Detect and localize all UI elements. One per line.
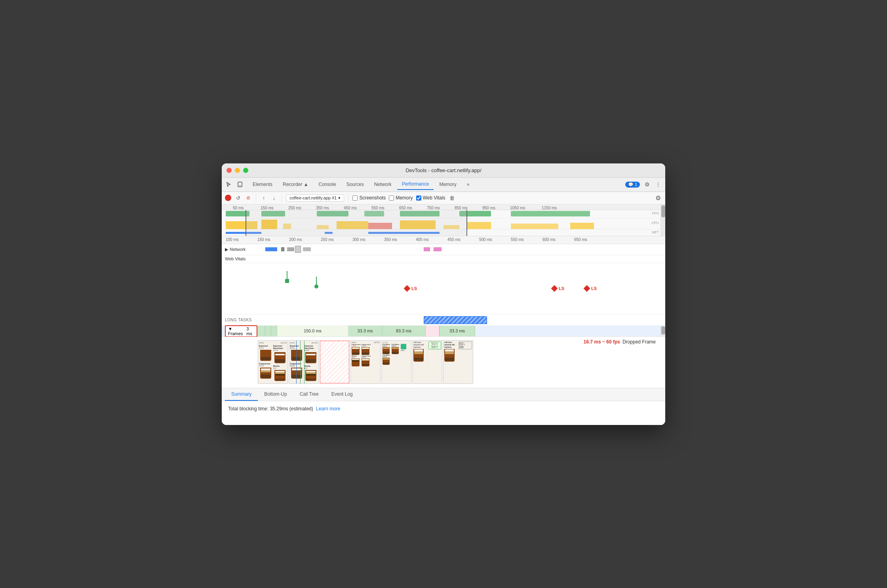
ruler-450ms: 450 ms <box>344 206 357 210</box>
main-scroll-thumb[interactable] <box>661 326 665 334</box>
ss4-c1-milk <box>383 347 389 349</box>
bottom-panel-content: Total blocking time: 35.29ms (estimated)… <box>222 401 665 425</box>
tab-memory[interactable]: Memory <box>434 179 461 190</box>
record-button[interactable] <box>225 195 231 201</box>
ss5-cart-badge: Americano $7.00 x 1 Cappuccino $19.00 x … <box>428 341 442 349</box>
tab-bottom-up[interactable]: Bottom-Up <box>258 388 293 401</box>
ss1-mocha-price: $8.0 <box>273 367 287 369</box>
overview-selection[interactable] <box>246 210 467 236</box>
web-vitals-check[interactable] <box>416 195 421 201</box>
tab-more[interactable]: » <box>462 179 474 190</box>
frames-content: 150.0 ms 33.3 ms 83.3 ms 33.3 ms <box>257 326 665 336</box>
long-tasks-content <box>257 315 665 325</box>
ss6-esp-l <box>445 358 454 361</box>
ss1-cup4 <box>274 370 286 381</box>
ruler-250ms: 250 ms <box>288 206 301 210</box>
ss1-cup2 <box>260 368 271 379</box>
memory-check[interactable] <box>389 195 394 201</box>
download-button[interactable]: ↓ <box>270 194 278 201</box>
screenshot-2: menucart (0) Espresso $10.00 <box>289 340 319 384</box>
triangle-icon: ▶ <box>225 247 228 252</box>
net-item-7 <box>434 247 442 251</box>
main-ruler: 100 ms 150 ms 200 ms 250 ms 300 ms 350 m… <box>222 236 665 244</box>
ss3-c1-esp <box>352 353 359 355</box>
tab-console[interactable]: Console <box>314 179 341 190</box>
total-blocking-time: Total blocking time: 35.29ms (estimated) <box>228 406 313 412</box>
frame-seg-150ms: 150.0 ms <box>277 326 348 336</box>
tab-recorder[interactable]: Recorder ▲ <box>278 179 313 190</box>
ss3-grid: Cappuccino $19.00 Cappuccino $19.00 <box>352 344 379 366</box>
pointer-icon[interactable] <box>225 180 233 188</box>
ss4-c2-esp <box>392 352 398 354</box>
clear-button[interactable]: ⊘ <box>245 194 252 201</box>
ss4-c4-milk <box>383 358 389 360</box>
ss1-header: menucart (0) <box>259 341 287 344</box>
learn-more-link[interactable]: Learn more <box>316 406 340 412</box>
screenshot-strip: menucart (0) Espresso $10.00 Cappuccino … <box>222 337 665 388</box>
more-options-icon[interactable]: ⋮ <box>654 180 662 188</box>
main-scrollbar[interactable] <box>660 326 665 336</box>
svg-rect-1 <box>239 186 241 186</box>
target-selector[interactable]: coffee-cart.netlify.app #1 ▾ <box>286 194 344 202</box>
screenshot-6: milk foam steamed milk espresso <box>443 340 473 384</box>
ss6-left: milk foam steamed milk espresso <box>444 341 458 362</box>
ss4-item4: Flat White $18.00 <box>383 355 391 365</box>
ss1-cup3 <box>274 352 286 363</box>
bottom-tabs-bar: Summary Bottom-Up Call Tree Event Log <box>222 388 665 401</box>
ss3-c3-choc <box>352 360 359 362</box>
ss2-mocha-price: $8.0 <box>304 367 318 369</box>
ss3-cup1 <box>352 347 360 355</box>
minimize-button[interactable] <box>235 168 240 173</box>
ss6-layout: milk foam steamed milk espresso <box>444 341 472 362</box>
tab-sources[interactable]: Sources <box>342 179 369 190</box>
frame-seg-pink <box>426 326 440 336</box>
tab-call-tree[interactable]: Call Tree <box>293 388 325 401</box>
ruler-850ms: 850 ms <box>455 206 468 210</box>
overview-scrollbar[interactable] <box>660 205 665 236</box>
main-350ms: 350 ms <box>384 237 397 242</box>
ss1-mac-foam <box>275 354 285 355</box>
memory-checkbox[interactable]: Memory <box>389 195 413 201</box>
device-icon[interactable] <box>236 180 244 188</box>
maximize-button[interactable] <box>243 168 248 173</box>
tab-network[interactable]: Network <box>369 179 396 190</box>
ss3-item3: Mocha $8.00 <box>352 355 361 366</box>
ss4-item1: Flat White $18.00 <box>383 344 391 354</box>
ss6-foam: milk foam <box>444 341 458 343</box>
cpu-block-11 <box>570 223 594 229</box>
web-vitals-checkbox[interactable]: Web Vitals <box>416 195 445 201</box>
ls-label-3: LS <box>591 286 597 291</box>
performance-settings-button[interactable]: ⚙ <box>654 194 662 202</box>
ss1-mac-esp <box>275 359 285 362</box>
network-row-label[interactable]: ▶ Network <box>222 244 257 255</box>
chat-badge[interactable]: 💬 1 <box>625 182 640 188</box>
ss2-esp4 <box>306 379 316 380</box>
web-vitals-row: Web Vitals <box>222 255 665 263</box>
reload-button[interactable]: ↺ <box>234 194 242 201</box>
delete-recording-button[interactable]: 🗑 <box>448 194 455 201</box>
ruler-150ms: 150 ms <box>261 206 274 210</box>
ss5-steam-label: steamed milk <box>413 344 426 346</box>
timeline-overview[interactable]: 50 ms 150 ms 250 ms 350 ms 450 ms 550 ms… <box>222 205 665 236</box>
tab-performance[interactable]: Performance <box>397 179 434 190</box>
ss4-water: water <box>401 349 409 351</box>
tab-event-log[interactable]: Event Log <box>325 388 359 401</box>
ss4-c1-esp <box>383 352 389 354</box>
frame-seg-1 <box>257 326 265 336</box>
window-title: DevTools - coffee-cart.netlify.app/ <box>405 167 482 173</box>
settings-icon[interactable]: ⚙ <box>643 180 651 188</box>
main-timeline: 100 ms 150 ms 200 ms 250 ms 300 ms 350 m… <box>222 236 665 388</box>
tab-elements[interactable]: Elements <box>248 179 277 190</box>
screenshots-checkbox[interactable]: Screenshots <box>352 195 386 201</box>
close-button[interactable] <box>227 168 232 173</box>
main-200ms: 200 ms <box>289 237 302 242</box>
upload-button[interactable]: ↑ <box>260 194 267 201</box>
tab-summary[interactable]: Summary <box>225 388 258 401</box>
devtools-nav: Elements Recorder ▲ Console Sources Netw… <box>222 178 665 192</box>
ss1-mac-label: Espresso Macchiato <box>273 345 287 349</box>
main-550ms: 550 ms <box>511 237 524 242</box>
long-task-hatching <box>424 317 487 324</box>
ss5-cap-qty: $19.00 x 1 <box>429 347 441 349</box>
screenshots-check[interactable] <box>352 195 358 201</box>
scrollbar-thumb[interactable] <box>661 205 665 217</box>
